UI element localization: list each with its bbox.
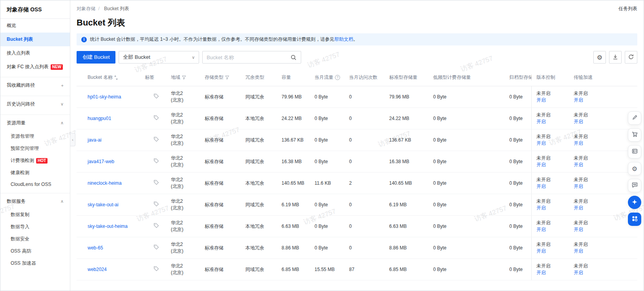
storage-type-cell: 标准存储 xyxy=(205,86,245,107)
standard-storage-cell: 6.85 MB xyxy=(389,259,433,280)
bucket-name-link[interactable]: web-65 xyxy=(88,245,142,251)
sidebar-item-access-points[interactable]: 接入点列表 xyxy=(0,46,70,60)
tag-icon[interactable] xyxy=(154,158,159,166)
versioning-enable-link[interactable]: 开启 xyxy=(536,140,566,147)
bucket-name-link[interactable]: sky-take-out-heima xyxy=(88,223,142,230)
sidebar-item-billing-check[interactable]: 计费项检测HOT xyxy=(0,155,70,167)
transfer-accel-enable-link[interactable]: 开启 xyxy=(574,205,609,211)
feedback-button[interactable] xyxy=(628,179,641,192)
sidebar-item-resource-packages[interactable]: 资源包管理 xyxy=(0,130,70,142)
sort-icon[interactable] xyxy=(114,75,118,80)
sidebar-collapse-handle[interactable]: ‹ xyxy=(70,133,75,146)
filter-icon[interactable] xyxy=(182,75,186,80)
versioning-cell: 未开启 开启 xyxy=(531,173,569,194)
sidebar-item-favorite-paths[interactable]: 我收藏的路径 + xyxy=(0,77,70,93)
transfer-accel-cell: 未开启 开启 xyxy=(569,129,612,151)
create-bucket-button[interactable]: 创建 Bucket xyxy=(77,51,115,64)
versioning-enable-link[interactable]: 开启 xyxy=(536,183,566,190)
standard-storage-cell: 16.38 MB xyxy=(389,151,433,172)
versioning-enable-link[interactable]: 开启 xyxy=(536,162,566,168)
search-icon[interactable] xyxy=(286,51,301,63)
visits-cell: 0 xyxy=(349,216,389,237)
versioning-enable-link[interactable]: 开启 xyxy=(536,205,566,211)
search-input[interactable] xyxy=(203,55,286,60)
transfer-accel-cell: 未开启 开启 xyxy=(569,216,612,237)
tag-icon[interactable] xyxy=(154,180,159,187)
sidebar-item-data-replication[interactable]: 数据复制 xyxy=(0,209,70,221)
apps-button[interactable] xyxy=(628,213,641,226)
sidebar-item-fc-access-points[interactable]: 对象 FC 接入点列表NEW xyxy=(0,60,70,74)
help-doc-link[interactable]: 帮助文档 xyxy=(334,36,353,42)
archive-storage-cell: 0 Byte xyxy=(487,194,531,215)
bucket-name-link[interactable]: hp01-sky-heima xyxy=(88,94,142,100)
settings-button[interactable]: ⚙ xyxy=(628,162,641,175)
table-row: java-ai 华北2(北京) 标准存储 同域冗余 136.67 KB 0 By… xyxy=(77,129,637,151)
tag-icon[interactable] xyxy=(154,223,159,230)
sidebar-item-health-check[interactable]: 健康检测 xyxy=(0,167,70,179)
sidebar-group-data-services[interactable]: 数据服务 ∧ xyxy=(0,193,70,209)
sidebar-item-bucket-list[interactable]: Bucket 列表 xyxy=(0,33,70,46)
transfer-accel-enable-link[interactable]: 开启 xyxy=(574,97,609,104)
versioning-enable-link[interactable]: 开启 xyxy=(536,248,566,255)
visits-cell: 0 xyxy=(349,86,389,107)
sidebar-item-data-security[interactable]: 数据安全 xyxy=(0,233,70,245)
tag-icon[interactable] xyxy=(154,136,159,144)
assistant-button[interactable] xyxy=(628,196,641,209)
sidebar-group-resource-usage[interactable]: 资源用量 ∧ xyxy=(0,115,70,130)
refresh-button[interactable] xyxy=(625,51,637,64)
versioning-enable-link[interactable]: 开启 xyxy=(536,118,566,125)
sidebar-item-cloudlens[interactable]: CloudLens for OSS xyxy=(0,179,70,190)
export-download-button[interactable] xyxy=(609,51,622,64)
cart-button[interactable] xyxy=(628,128,641,142)
transfer-accel-enable-link[interactable]: 开启 xyxy=(574,183,609,190)
filter-icon[interactable] xyxy=(225,75,229,80)
bucket-name-link[interactable]: huangpu01 xyxy=(88,115,142,122)
sidebar-item-overview[interactable]: 概览 xyxy=(0,19,70,33)
bucket-name-link[interactable]: web2024 xyxy=(88,266,142,273)
transfer-accel-cell: 未开启 开启 xyxy=(569,237,612,258)
tag-icon[interactable] xyxy=(154,266,159,273)
versioning-enable-link[interactable]: 开启 xyxy=(536,97,566,104)
help-icon[interactable]: ? xyxy=(335,75,340,80)
standard-storage-cell: 8.86 MB xyxy=(389,237,433,258)
transfer-accel-enable-link[interactable]: 开启 xyxy=(574,162,609,168)
support-button[interactable] xyxy=(628,145,641,158)
column-header-region[interactable]: 地域 xyxy=(171,74,205,81)
sidebar-item-reserved-capacity[interactable]: 预留空间管理 xyxy=(0,142,70,155)
column-header-storage-type[interactable]: 存储类型 xyxy=(205,74,245,81)
sidebar-item-oss-accelerator[interactable]: OSS 加速器 xyxy=(0,257,70,269)
tag-icon[interactable] xyxy=(154,201,159,209)
standard-storage-cell: 24.22 MB xyxy=(389,108,433,129)
bucket-name-link[interactable]: java-ai xyxy=(88,137,142,144)
versioning-status: 未开启 xyxy=(536,220,566,226)
transfer-accel-enable-link[interactable]: 开启 xyxy=(574,140,609,147)
bucket-scope-select[interactable]: 全部 Bucket ∨ xyxy=(119,51,199,64)
bucket-tag-cell xyxy=(145,194,171,215)
bucket-name-link[interactable]: sky-take-out-ai xyxy=(88,202,142,208)
versioning-status: 未开启 xyxy=(536,112,566,118)
tag-icon[interactable] xyxy=(154,244,159,252)
standard-storage-cell: 136.67 KB xyxy=(389,129,433,151)
edit-feedback-button[interactable] xyxy=(628,111,641,125)
tag-icon[interactable] xyxy=(154,115,159,122)
transfer-accel-enable-link[interactable]: 开启 xyxy=(574,226,609,233)
sidebar-item-oss-anti-ddos[interactable]: OSS 高防 xyxy=(0,245,70,257)
storage-type-cell: 标准存储 xyxy=(205,216,245,237)
tag-icon[interactable] xyxy=(154,93,159,101)
column-header-name[interactable]: Bucket 名称 xyxy=(88,74,145,81)
sidebar-item-data-import[interactable]: 数据导入 xyxy=(0,221,70,233)
transfer-accel-enable-link[interactable]: 开启 xyxy=(574,118,609,125)
task-list-link[interactable]: 任务列表 xyxy=(618,5,637,12)
table-settings-button[interactable]: ⚙ xyxy=(593,51,606,64)
bucket-name-link[interactable]: nineclock-heima xyxy=(88,180,142,187)
transfer-accel-enable-link[interactable]: 开启 xyxy=(574,248,609,255)
transfer-accel-enable-link[interactable]: 开启 xyxy=(574,269,609,276)
sidebar-item-history-paths[interactable]: 历史访问路径 ∨ xyxy=(0,96,70,111)
bucket-name-link[interactable]: java417-web xyxy=(88,158,142,165)
versioning-enable-link[interactable]: 开启 xyxy=(536,269,566,276)
redundancy-cell: 本地冗余 xyxy=(245,173,282,194)
breadcrumb-root-link[interactable]: 对象存储 xyxy=(77,6,95,11)
plus-icon[interactable]: + xyxy=(61,83,64,88)
versioning-enable-link[interactable]: 开启 xyxy=(536,226,566,233)
redundancy-cell: 同域冗余 xyxy=(245,151,282,172)
